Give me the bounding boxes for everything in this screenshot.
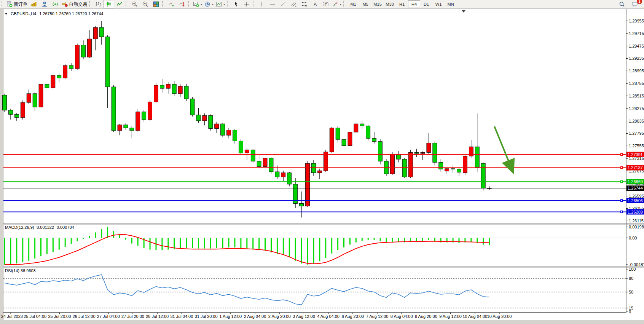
chevron-down-icon[interactable]: ▾ (223, 3, 225, 6)
candle-body (451, 169, 455, 169)
zoom-in-icon (132, 1, 138, 7)
candle (112, 85, 116, 132)
main-toolbar: 新订单自动交易▾▾▾EFAT▾M1M5M15M30H1H4D1W1MN1 (0, 0, 644, 9)
text-icon: A (312, 1, 318, 7)
new-chart-button[interactable] (29, 0, 39, 8)
time-tick-label: 31 Jul 04:00 (170, 314, 193, 319)
candle-body (227, 130, 231, 136)
toolbar-grip (343, 1, 346, 7)
candle-body (215, 124, 219, 128)
macd-tick-label: 0.001981 (629, 225, 644, 229)
candle (408, 150, 413, 178)
zoom-out-button[interactable] (140, 0, 151, 8)
candle-body (57, 75, 61, 78)
time-tick-label: 2 Aug 04:00 (244, 314, 266, 319)
chart-canvas[interactable]: 1.299551.297151.294751.292351.289951.287… (0, 0, 644, 324)
indicators-button[interactable]: ▾ (192, 0, 203, 8)
crosshair-button[interactable] (241, 0, 252, 8)
candle-body (269, 158, 273, 172)
candle (251, 149, 255, 163)
time-tick-label: 3 Aug 12:00 (293, 314, 315, 319)
profile-button[interactable] (39, 0, 50, 8)
rsi-tick-label: 50 (629, 290, 633, 294)
timeframe-h1-button[interactable]: H1 (396, 0, 408, 8)
candle-body (372, 138, 376, 141)
candle-body (130, 128, 134, 131)
chat-button[interactable]: 1 (630, 0, 640, 8)
templates-button[interactable]: ▾ (215, 0, 226, 8)
arrows-button[interactable]: ▾ (331, 0, 343, 8)
label-button[interactable]: T (320, 0, 331, 8)
signals-button[interactable] (50, 0, 61, 8)
candle-body (69, 65, 73, 69)
vertical-line-button[interactable] (257, 0, 267, 8)
candle-body (124, 125, 128, 128)
channel-icon: E (291, 1, 297, 7)
candle-body (8, 110, 13, 115)
price-tick-label: 1.28275 (629, 106, 644, 111)
candle (330, 127, 334, 153)
cursor-button[interactable] (231, 0, 241, 8)
candle-body (160, 85, 164, 88)
candle-body (439, 162, 443, 169)
search-button[interactable] (617, 0, 627, 8)
timeframe-w1-button[interactable]: W1 (432, 0, 445, 8)
autoscroll-button[interactable] (166, 0, 177, 8)
time-tick-label: 6 Aug 23:00 (341, 314, 364, 319)
chart-shift-button[interactable] (177, 0, 187, 8)
line-chart-button[interactable] (114, 0, 125, 8)
candle-body (190, 99, 194, 115)
candle-body (408, 152, 413, 177)
candle (63, 64, 67, 79)
candle-body (33, 94, 37, 107)
candle (3, 94, 7, 112)
timeframe-h4-button[interactable]: H4 (408, 0, 420, 8)
text-button[interactable]: A (310, 0, 320, 8)
candle-body (317, 171, 322, 172)
periods-button[interactable]: ▾ (203, 0, 215, 8)
horizontal-line-button[interactable] (267, 0, 278, 8)
equidistant-channel-button[interactable]: E (289, 0, 299, 8)
candle-body (184, 86, 188, 99)
timeframe-m5-button[interactable]: M5 (359, 0, 371, 8)
timeframe-d1-button[interactable]: D1 (420, 0, 432, 8)
candle (481, 162, 485, 190)
candle (433, 142, 437, 166)
price-tick-label: 1.27555 (629, 144, 644, 148)
chevron-down-icon[interactable]: ▾ (212, 3, 214, 6)
periods-icon (204, 1, 210, 7)
timeframe-m30-button[interactable]: M30 (384, 0, 396, 8)
candle-body (306, 163, 310, 206)
candle-body (118, 125, 122, 131)
price-tick-label: 1.26595 (629, 194, 644, 198)
candlestick-chart-button[interactable] (104, 0, 114, 8)
horizontal-line-icon (269, 1, 276, 7)
chevron-down-icon[interactable]: ▾ (340, 3, 341, 6)
time-tick-label: 2 Aug 20:00 (268, 314, 291, 319)
rsi-tick-label: 80 (629, 276, 633, 281)
price-tick-label: 1.27795 (629, 131, 644, 136)
candle-body (196, 115, 201, 121)
bar-chart-button[interactable] (93, 0, 104, 8)
candle-body (202, 115, 207, 121)
candle-body (221, 124, 225, 135)
autotrading-button[interactable]: 自动交易 (61, 0, 88, 8)
time-tick-label: 24 Jul 2023 (1, 314, 23, 319)
tile-windows-button[interactable] (151, 0, 161, 8)
zoom-in-button[interactable] (129, 0, 140, 8)
candle-body (233, 130, 237, 141)
trendline-button[interactable] (278, 0, 289, 8)
new-chart-icon (31, 1, 37, 7)
tile-windows-icon (153, 1, 159, 7)
new-order-button[interactable]: 新订单 (5, 0, 29, 8)
fibonacci-button[interactable]: F (299, 0, 310, 8)
time-tick-label: 26 Jul 12:00 (73, 314, 96, 319)
toolbar-grip (2, 1, 4, 7)
price-badge-label: 1.26506 (628, 198, 643, 203)
timeframe-m15-button[interactable]: M15 (371, 0, 384, 8)
candle (154, 83, 158, 103)
chevron-down-icon[interactable]: ▾ (201, 3, 202, 6)
fibonacci-icon: F (301, 1, 308, 7)
timeframe-mn-button[interactable]: MN (445, 0, 457, 8)
timeframe-m1-button[interactable]: M1 (347, 0, 359, 8)
